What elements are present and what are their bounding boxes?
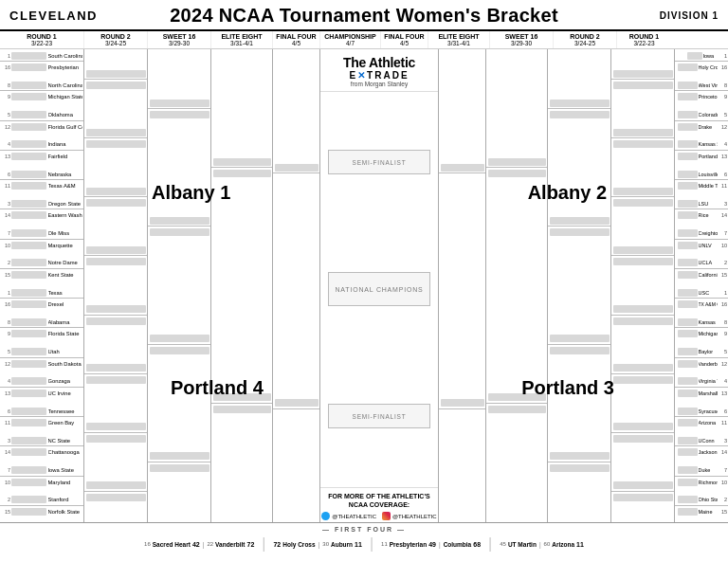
- ff-slot-r2: [439, 398, 485, 409]
- round-label-s16r: SWEET 163/29-30: [490, 31, 554, 48]
- ff-slot-r1: [439, 162, 485, 173]
- r1r-matchup-9: USC1 TX A&M CC16: [675, 287, 728, 314]
- team-row: 4Gonzaga: [0, 376, 83, 388]
- ff3-team2: Columbia: [444, 541, 472, 548]
- semi-finalist-top: SEMI-FINALIST: [328, 150, 430, 174]
- matchup-7: 7Ole Miss 10Marquette: [0, 228, 83, 255]
- team-row: 12South Dakota State: [0, 358, 83, 370]
- s16r-matchup-2: [548, 215, 610, 238]
- ff2-score1: 72: [273, 541, 281, 548]
- ff-game-4: 45 UT Martin | 60 Arizona 11: [500, 541, 584, 548]
- s16r-matchup-3: [548, 334, 610, 356]
- bracket-area: 1South Carolina 16Presbyterian 8North Ca…: [0, 49, 728, 522]
- team-row: 15Norfolk State: [0, 506, 83, 517]
- team-row: 9Florida State: [0, 328, 83, 339]
- r1r-matchup-7: Creighton7 UNLV10: [675, 228, 728, 255]
- r2r-matchup-6: [611, 363, 674, 386]
- matchup-14: 3NC State 14Chattanooga: [0, 435, 83, 462]
- team-row: 3NC State: [0, 435, 83, 446]
- r2-matchup-4: [84, 245, 147, 267]
- coverage-area: FOR MORE OF THE ATHLETIC'SNCAA COVERAGE:…: [320, 487, 438, 522]
- round-label-r1r: ROUND 13/22-23: [617, 31, 671, 48]
- ff4-seed2: 60: [544, 541, 551, 547]
- team-row: 2Notre Dame: [0, 258, 83, 269]
- ff2-team2: Auburn: [331, 541, 353, 548]
- team-row: 7Iowa State: [0, 465, 83, 477]
- r1r-matchup-4: Kansas State4 Portland13: [675, 139, 728, 166]
- round-label-e8l: ELITE EIGHT3/31-4/1: [211, 31, 273, 48]
- ff3-score1: 49: [428, 541, 436, 548]
- matchup-16: 2Stanford 15Norfolk State: [0, 495, 83, 521]
- matchup-5: 6Nebraska 11Texas A&M: [0, 169, 83, 195]
- round-label-ff1: FINAL FOUR4/5: [273, 31, 320, 48]
- region-albany2: Albany 2: [528, 182, 607, 204]
- ff-game-1: 16 Sacred Heart 42 | 22 Vanderbilt 72: [144, 541, 254, 548]
- r1r-matchup-15: Duke7 Richmond10: [675, 465, 728, 492]
- ff1-team2: Vanderbilt: [215, 541, 245, 548]
- team-row: 14Eastern Washington: [0, 209, 83, 221]
- page-header: CLEVELAND 2024 NCAA Tournament Women's B…: [0, 0, 728, 49]
- r2r-matchup-1: [611, 68, 674, 91]
- ff-game-3: 11 Presbyterian 49 | Columbia 68: [381, 541, 481, 548]
- matchup-4: 4Indiana 13Fairfield: [0, 139, 83, 166]
- division-label: DIVISION 1: [605, 10, 719, 21]
- matchup-2: 8North Carolina 9Michigan State: [0, 80, 83, 106]
- team-row: 8North Carolina: [0, 80, 83, 91]
- ff1-team1: Sacred Heart: [153, 541, 191, 548]
- team-row: 3Oregon State: [0, 198, 83, 209]
- instagram-link: @THEATHLETIC: [382, 512, 437, 520]
- ff-game-2: 72 Holy Cross | 30 Auburn 11: [273, 541, 361, 548]
- ff3-seed1: 11: [381, 541, 388, 547]
- ff-slot-2: [273, 398, 319, 409]
- s16r-matchup-1: [548, 98, 610, 120]
- e8-matchup-1: [211, 156, 272, 179]
- team-row: 15Kent State: [0, 269, 83, 281]
- final4-left: [273, 49, 320, 522]
- r2r-matchup-3: [611, 186, 674, 208]
- r1r-matchup-5: Louisville6 Middle Tennessee11: [675, 169, 728, 195]
- round-label-r2r: ROUND 23/24-25: [554, 31, 617, 48]
- r1r-matchup-10: Kansas8 Michigan9: [675, 317, 728, 343]
- team-row: 6Nebraska: [0, 169, 83, 180]
- first-four-section: — FIRST FOUR — 16 Sacred Heart 42 | 22 V…: [0, 522, 728, 562]
- s16-matchup-2: [148, 215, 210, 238]
- team-row: 8Alabama: [0, 317, 83, 328]
- round-label-e8r: ELITE EIGHT3/31-4/1: [428, 31, 490, 48]
- social-links: @THEATHLETIC @THEATHLETIC: [324, 512, 434, 520]
- round-label-r2l: ROUND 23/24-25: [84, 31, 148, 48]
- ff4-seed1: 45: [500, 541, 506, 547]
- instagram-icon: [382, 512, 391, 520]
- first-four-title: — FIRST FOUR —: [6, 526, 722, 533]
- r1r-matchup-16: Ohio State2 Maine15: [675, 495, 728, 521]
- ff2-team1: Holy Cross: [282, 541, 315, 548]
- ff1-score2: 72: [247, 541, 255, 548]
- region-albany1: Albany 1: [152, 182, 230, 204]
- sweet16-left: Albany 1: [148, 49, 211, 522]
- team-row: 9Michigan State: [0, 91, 83, 102]
- r1r-matchup-12: Virginia Tech4 Marshall13: [675, 376, 728, 403]
- twitter-icon: [321, 512, 330, 520]
- team-row: 6Tennessee: [0, 406, 83, 417]
- team-row: 11Green Bay: [0, 417, 83, 428]
- rounds-header: ROUND 13/22-23 ROUND 23/24-25 SWEET 163/…: [0, 31, 728, 49]
- round-label-s16l: SWEET 163/29-30: [148, 31, 211, 48]
- s16-matchup-4: [148, 451, 210, 474]
- matchup-3: 5Oklahoma 12Florida Gulf Coast: [0, 110, 83, 136]
- team-row: 5Oklahoma: [0, 110, 83, 121]
- r2-matchup-8: [84, 480, 147, 503]
- matchup-11: 5Utah 12South Dakota State: [0, 347, 83, 373]
- r1r-matchup-14: UConn3 Jackson State14: [675, 435, 728, 462]
- logo-area: The Athletic E✕TRADE from Morgan Stanley: [320, 49, 438, 92]
- round2-right: [610, 49, 674, 522]
- final4-right: [438, 49, 485, 522]
- ff3-score2: 68: [473, 541, 481, 548]
- team-row: 7Ole Miss: [0, 228, 83, 240]
- matchup-10: 8Alabama 9Florida State: [0, 317, 83, 343]
- elite8-right: [485, 49, 547, 522]
- s16-matchup-1: [148, 98, 210, 120]
- ff1-score1: 42: [192, 541, 200, 548]
- bracket-title: 2024 NCAA Tournament Women's Bracket: [170, 5, 558, 27]
- r2-matchup-7: [84, 422, 147, 444]
- r2-matchup-1: [84, 68, 147, 91]
- r1r-matchup-11: Baylor5 Vanderbilt12: [675, 347, 728, 373]
